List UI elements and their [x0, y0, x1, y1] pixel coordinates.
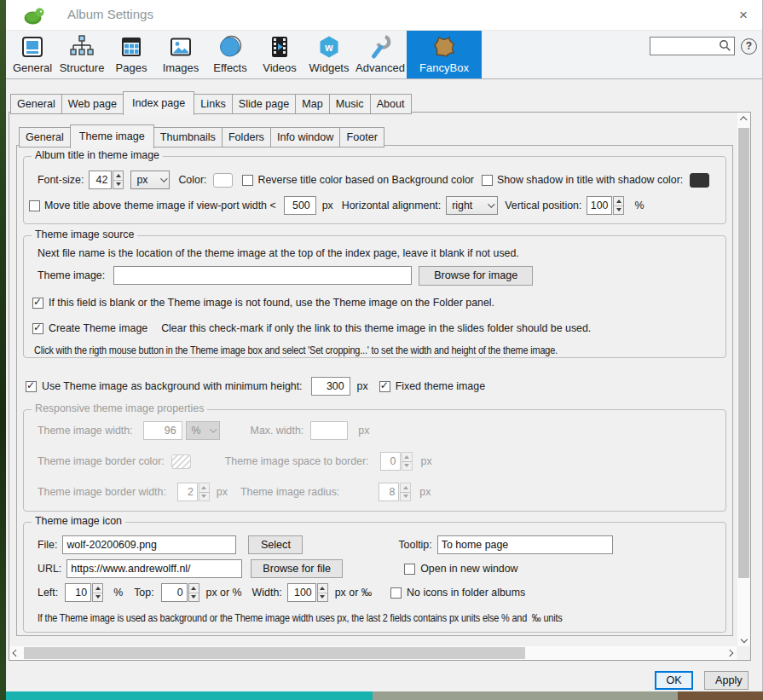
fixed-theme-image-label: Fixed theme image: [396, 380, 485, 392]
spin-down-button[interactable]: [93, 593, 102, 602]
left-value[interactable]: 10: [65, 583, 91, 602]
title-bar: Album Settings ×: [6, 0, 762, 31]
toolbar-item-advanced[interactable]: Advanced: [354, 31, 407, 78]
scroll-left-arrow[interactable]: [9, 646, 23, 660]
scroll-down-arrow[interactable]: [737, 633, 750, 646]
toolbar-item-structure[interactable]: Structure: [57, 31, 107, 78]
spin-down-button[interactable]: [189, 593, 199, 602]
scroll-up-arrow[interactable]: [737, 113, 750, 126]
font-unit-select[interactable]: px: [130, 171, 170, 189]
chevron-down-icon: [488, 200, 495, 207]
horizontal-scrollbar[interactable]: [9, 646, 737, 660]
width-unit-select: %: [186, 421, 220, 440]
tab-index-page[interactable]: Index page: [123, 91, 194, 115]
show-shadow-checkbox[interactable]: [482, 175, 493, 186]
minimum-height-input[interactable]: [311, 377, 350, 396]
fixed-theme-image-checkbox[interactable]: [379, 381, 390, 392]
toolbar-item-general[interactable]: General: [8, 31, 57, 78]
tab-slide-page[interactable]: Slide page: [232, 94, 297, 114]
viewport-width-input[interactable]: [284, 196, 316, 215]
app-logo-icon: [23, 5, 45, 27]
subtab-theme-image[interactable]: Theme image: [70, 124, 154, 148]
spin-down-button[interactable]: [113, 180, 123, 189]
subtab-footer[interactable]: Footer: [339, 127, 384, 148]
theme-image-width-input: [143, 421, 182, 440]
icon-file-input[interactable]: [62, 535, 236, 554]
subtab-general[interactable]: General: [19, 127, 71, 148]
tab-music[interactable]: Music: [329, 94, 371, 114]
tab-map[interactable]: Map: [295, 94, 330, 114]
theme-image-input[interactable]: [113, 266, 412, 285]
subtab-thumbnails[interactable]: Thumbnails: [153, 127, 223, 148]
top-value[interactable]: 0: [161, 583, 188, 602]
use-folder-theme-image-checkbox[interactable]: [32, 298, 43, 309]
toolbar-item-widgets[interactable]: w Widgets: [304, 31, 354, 78]
help-icon[interactable]: ?: [741, 38, 757, 55]
border-width-value: 2: [177, 483, 198, 501]
vertical-scrollbar[interactable]: [737, 113, 750, 646]
vertical-position-spinner[interactable]: 100: [587, 196, 624, 215]
title-color-swatch[interactable]: [213, 173, 233, 188]
no-icons-checkbox[interactable]: [390, 587, 402, 599]
space-to-border-spinner: 0: [380, 452, 413, 471]
select-button[interactable]: Select: [248, 535, 303, 554]
subtab-info-window[interactable]: Info window: [270, 127, 341, 148]
window-title: Album Settings: [67, 7, 153, 21]
tooltip-input[interactable]: [437, 535, 613, 554]
toolbar-item-fancybox[interactable]: FancyBox: [407, 31, 482, 78]
browse-for-file-button[interactable]: Browse for file: [251, 559, 343, 578]
pages-icon: [118, 34, 144, 60]
font-size-spinner[interactable]: 42: [89, 171, 124, 189]
space-to-border-value: 0: [380, 452, 401, 471]
scroll-right-arrow[interactable]: [723, 646, 737, 660]
source-hint: Next file name is the location of the th…: [38, 247, 519, 259]
tab-general[interactable]: General: [10, 94, 62, 114]
url-input[interactable]: [66, 559, 242, 578]
spin-down-button[interactable]: [318, 593, 327, 602]
vertical-position-value[interactable]: 100: [587, 196, 612, 215]
top-label: Top:: [134, 587, 153, 599]
search-icon[interactable]: [719, 39, 731, 52]
toolbar-item-effects[interactable]: Effects: [205, 31, 255, 78]
radius-label: Theme image radius:: [240, 486, 339, 498]
use-as-background-checkbox[interactable]: [26, 381, 37, 392]
create-theme-image-checkbox[interactable]: [32, 323, 43, 334]
toolbar-item-pages[interactable]: Pages: [107, 31, 156, 78]
spin-up-button[interactable]: [614, 197, 623, 205]
subtab-folders[interactable]: Folders: [222, 127, 271, 148]
max-width-label: Max. width:: [251, 425, 304, 437]
main-toolbar: General Structure Pages: [6, 31, 762, 79]
move-title-checkbox[interactable]: [29, 200, 40, 211]
space-to-border-unit: px: [421, 455, 432, 467]
open-in-new-window-checkbox[interactable]: [404, 564, 415, 575]
icon-width-spinner[interactable]: 100: [287, 583, 328, 602]
toolbar-item-videos[interactable]: Videos: [255, 31, 304, 78]
reverse-title-color-checkbox[interactable]: [242, 175, 253, 186]
apply-button[interactable]: Apply: [704, 671, 749, 690]
top-spinner[interactable]: 0: [161, 583, 199, 602]
spin-up-button[interactable]: [93, 584, 102, 593]
tab-web-page[interactable]: Web page: [61, 94, 124, 114]
spin-up-button[interactable]: [189, 584, 199, 593]
tab-links[interactable]: Links: [194, 94, 232, 114]
tab-about[interactable]: About: [370, 94, 412, 114]
chevron-down-icon: [160, 175, 167, 182]
horizontal-alignment-select[interactable]: right: [446, 196, 498, 215]
border-width-spinner: 2: [177, 483, 210, 501]
shadow-color-swatch[interactable]: [690, 173, 709, 188]
horizontal-scrollbar-thumb[interactable]: [24, 647, 525, 659]
spin-up-button[interactable]: [113, 171, 123, 180]
font-size-value[interactable]: 42: [89, 171, 112, 189]
browse-for-image-button[interactable]: Browse for image: [419, 266, 533, 286]
svg-text:w: w: [324, 42, 333, 54]
vertical-scrollbar-thumb[interactable]: [738, 128, 749, 578]
toolbar-item-label: Advanced: [355, 61, 405, 74]
left-spinner[interactable]: 10: [65, 583, 103, 602]
toolbar-item-images[interactable]: Images: [156, 31, 205, 78]
ok-button[interactable]: OK: [655, 671, 693, 690]
close-icon[interactable]: ×: [734, 6, 753, 25]
icon-width-value[interactable]: 100: [287, 583, 316, 602]
spin-up-button[interactable]: [318, 584, 327, 593]
spin-down-button[interactable]: [614, 205, 623, 215]
structure-icon: [69, 34, 95, 60]
